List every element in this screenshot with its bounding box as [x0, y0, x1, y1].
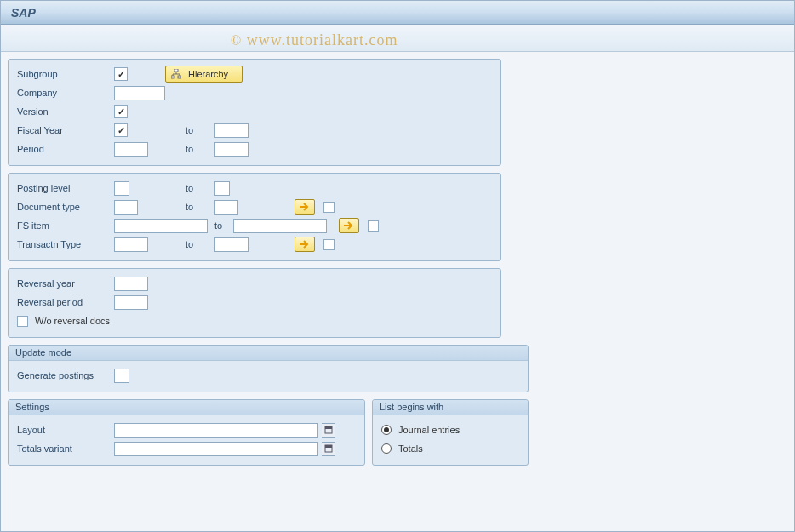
- postinglevel-label: Posting level: [17, 183, 111, 193]
- revyear-field[interactable]: [114, 277, 148, 291]
- revperiod-label: Reversal period: [17, 297, 111, 307]
- doctype-label: Document type: [17, 202, 111, 212]
- totalsvar-label: Totals variant: [17, 443, 111, 454]
- title-bar: SAP: [1, 1, 794, 25]
- transtype-label: Transactn Type: [17, 239, 111, 249]
- update-mode-group: Update mode Generate postings: [8, 345, 529, 392]
- subgroup-checkbox[interactable]: [114, 67, 128, 81]
- journal-entries-radio[interactable]: [381, 425, 392, 435]
- fsitem-extra-checkbox[interactable]: [368, 220, 379, 232]
- version-label: Version: [17, 106, 111, 117]
- fsitem-multi-button[interactable]: [339, 218, 359, 233]
- totals-label: Totals: [398, 443, 423, 454]
- revyear-label: Reversal year: [17, 278, 111, 289]
- transtype-multi-button[interactable]: [295, 237, 315, 252]
- app-title: SAP: [11, 6, 36, 20]
- wodocs-label: W/o reversal docs: [35, 316, 110, 326]
- version-checkbox[interactable]: [114, 105, 128, 118]
- doctype-to-label: to: [186, 202, 211, 212]
- fsitem-label: FS item: [17, 220, 111, 231]
- period-label: Period: [17, 144, 111, 154]
- selection-group-1: Subgroup Hierarchy Company Version Fisca…: [8, 59, 501, 166]
- doctype-to-field[interactable]: [214, 200, 238, 215]
- totals-radio[interactable]: [381, 443, 392, 454]
- doctype-multi-button[interactable]: [295, 199, 315, 215]
- totalsvar-field[interactable]: [114, 442, 318, 456]
- doctype-extra-checkbox[interactable]: [323, 202, 335, 213]
- fiscalyear-to-field[interactable]: [214, 123, 249, 138]
- period-to-label: to: [186, 144, 211, 154]
- reversal-group: Reversal year Reversal period W/o revers…: [8, 268, 501, 338]
- subgroup-label: Subgroup: [17, 69, 111, 79]
- settings-title: Settings: [9, 400, 364, 415]
- fsitem-to-label: to: [211, 220, 230, 231]
- company-label: Company: [17, 88, 111, 98]
- totalsvar-f4-button[interactable]: [322, 442, 335, 456]
- hierarchy-button-label: Hierarchy: [188, 69, 228, 79]
- revperiod-field[interactable]: [114, 295, 148, 310]
- transtype-to-field[interactable]: [214, 237, 249, 252]
- listbegins-title: List begins with: [373, 400, 528, 415]
- layout-label: Layout: [17, 425, 111, 435]
- fiscalyear-to-label: to: [186, 125, 211, 135]
- hierarchy-button[interactable]: Hierarchy: [165, 66, 243, 83]
- genpost-label: Generate postings: [17, 370, 111, 380]
- hierarchy-icon: [171, 69, 181, 79]
- fsitem-from-field[interactable]: [114, 219, 208, 233]
- fiscalyear-label: Fiscal Year: [17, 125, 111, 135]
- svg-rect-0: [174, 69, 178, 72]
- layout-f4-button[interactable]: [322, 423, 335, 438]
- period-from-field[interactable]: [114, 142, 148, 157]
- layout-field[interactable]: [114, 423, 318, 438]
- transtype-extra-checkbox[interactable]: [323, 239, 335, 250]
- svg-rect-2: [178, 76, 181, 78]
- selection-group-2: Posting level to Document type to FS ite…: [8, 173, 501, 261]
- svg-rect-6: [325, 445, 332, 448]
- wodocs-checkbox[interactable]: [17, 316, 28, 327]
- doctype-from-field[interactable]: [114, 200, 138, 215]
- fsitem-to-field[interactable]: [233, 219, 327, 233]
- transtype-from-field[interactable]: [114, 237, 148, 252]
- svg-rect-1: [171, 76, 174, 78]
- genpost-field[interactable]: [114, 369, 129, 383]
- transtype-to-label: to: [186, 239, 211, 249]
- fiscalyear-checkbox[interactable]: [114, 123, 128, 137]
- postinglevel-to-label: to: [186, 183, 211, 193]
- listbegins-group: List begins with Journal entries Totals: [372, 399, 529, 466]
- update-mode-title: Update mode: [9, 346, 528, 361]
- form-area: Subgroup Hierarchy Company Version Fisca…: [1, 52, 794, 479]
- company-field[interactable]: [114, 86, 165, 100]
- journal-entries-label: Journal entries: [398, 425, 460, 435]
- watermark: © www.tutorialkart.com: [231, 31, 398, 49]
- settings-group: Settings Layout Totals variant: [8, 399, 365, 466]
- postinglevel-to-field[interactable]: [214, 181, 230, 196]
- svg-rect-4: [325, 426, 332, 429]
- postinglevel-from-field[interactable]: [114, 181, 129, 196]
- period-to-field[interactable]: [214, 142, 249, 157]
